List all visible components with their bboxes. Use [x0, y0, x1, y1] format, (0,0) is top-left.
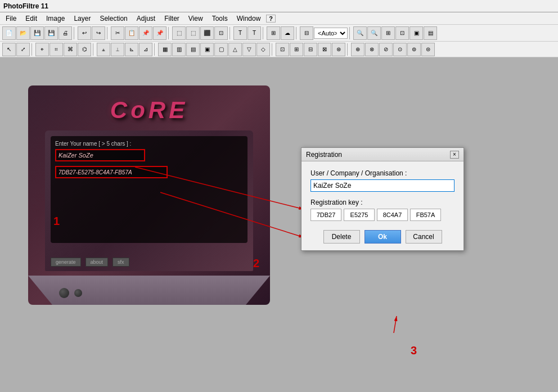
game-bg: CoRE Enter Your name [ > 5 chars ] : Kai… [28, 85, 270, 305]
menu-edit[interactable]: Edit [21, 13, 42, 24]
tb-tool19[interactable]: ⊡ [276, 43, 289, 56]
tb-tool2[interactable]: ⤢ [16, 43, 30, 56]
tb-tool28[interactable]: ⊚ [407, 43, 421, 56]
menu-bar: File Edit Image Layer Selection Adjust F… [0, 12, 558, 25]
title-bar: PhotoFiltre 11 [0, 0, 558, 12]
tb-tool13[interactable]: ▤ [186, 43, 200, 56]
tb-zoom-in[interactable]: 🔍 [353, 26, 367, 40]
tb-new[interactable]: 📄 [2, 26, 16, 40]
sep12 [347, 43, 349, 56]
tb-invert[interactable]: ⬛ [200, 26, 214, 40]
tb-transform[interactable]: ⊡ [214, 26, 228, 40]
tb-text2[interactable]: T [248, 26, 261, 40]
tb-tool11[interactable]: ▦ [158, 43, 172, 56]
img-name-text: KaiZer SoZe [58, 152, 93, 159]
cancel-button[interactable]: Cancel [406, 230, 442, 244]
sep9 [93, 43, 95, 56]
sfx-btn[interactable]: sfx [112, 258, 129, 267]
label-3: 3 [411, 344, 417, 357]
app-title: PhotoFiltre 11 [3, 2, 48, 10]
menu-layer[interactable]: Layer [69, 13, 95, 24]
tb-redo[interactable]: ↪ [92, 26, 105, 40]
tb-cut[interactable]: ✂ [111, 26, 124, 40]
zoom-combo[interactable]: <Auto> [314, 28, 348, 39]
ball1 [59, 288, 69, 298]
machine-buttons: generate about sfx [51, 258, 129, 267]
sep2 [107, 27, 109, 39]
tb-paste[interactable]: 📌 [139, 26, 152, 40]
tb-fit[interactable]: ⊞ [381, 26, 395, 40]
menu-image[interactable]: Image [42, 13, 69, 24]
menu-view[interactable]: View [184, 13, 208, 24]
menu-selection[interactable]: Selection [95, 13, 132, 24]
user-label: User / Company / Organisation : [310, 169, 454, 177]
tb-tool16[interactable]: △ [228, 43, 242, 56]
tb-tool10[interactable]: ⊿ [139, 43, 152, 56]
tb-tool15[interactable]: ▢ [214, 43, 228, 56]
tb-text[interactable]: T [233, 26, 247, 40]
key-part-1[interactable] [310, 209, 341, 221]
tb-tool5[interactable]: ⌘ [64, 43, 77, 56]
tb-filter2[interactable]: ☁ [281, 26, 294, 40]
tb-undo[interactable]: ↩ [78, 26, 91, 40]
key-part-3[interactable] [377, 209, 408, 221]
sep6 [296, 27, 298, 39]
menu-adjust[interactable]: Adjust [132, 13, 160, 24]
menu-help[interactable]: ? [266, 15, 276, 22]
tb-deselect[interactable]: ⬚ [186, 26, 200, 40]
menu-window[interactable]: Window [232, 13, 266, 24]
tb-actual[interactable]: ⊡ [395, 26, 409, 40]
tb-print[interactable]: 🖨 [58, 26, 72, 40]
tb-zoom-out[interactable]: 🔍 [367, 26, 381, 40]
key-part-2[interactable] [344, 209, 375, 221]
tb-tool1[interactable]: ↖ [2, 43, 16, 56]
tb-tool29[interactable]: ⊜ [421, 43, 435, 56]
label-2: 2 [253, 257, 259, 270]
img-key-box: 7DB27-E5275-8C4A7-FB57A [55, 166, 168, 178]
tb-tool27[interactable]: ⊙ [393, 43, 407, 56]
tb-tool14[interactable]: ▣ [200, 43, 214, 56]
ok-button[interactable]: Ok [364, 230, 401, 244]
tb-save[interactable]: 💾 [30, 26, 44, 40]
dialog-close-button[interactable]: × [450, 151, 459, 159]
tb-tool17[interactable]: ▽ [242, 43, 256, 56]
tb-copy[interactable]: 📋 [125, 26, 138, 40]
tb-view2[interactable]: ▤ [424, 26, 437, 40]
tb-tool6[interactable]: ⌬ [78, 43, 91, 56]
tb-tool3[interactable]: ⌖ [35, 43, 49, 56]
name-prompt: Enter Your name [ > 5 chars ] : [55, 141, 243, 147]
tb-filter1[interactable]: ⊞ [267, 26, 280, 40]
tb-tool22[interactable]: ⊠ [318, 43, 331, 56]
tb-tool20[interactable]: ⊞ [290, 43, 303, 56]
menu-filter[interactable]: Filter [160, 13, 184, 24]
delete-button[interactable]: Delete [323, 230, 360, 244]
toolbar-row-1: 📄 📂 💾 💾 🖨 ↩ ↪ ✂ 📋 📌 📌 ⬚ ⬚ ⬛ ⊡ T T ⊞ ☁ ⊟ … [0, 25, 558, 42]
about-btn[interactable]: about [86, 258, 109, 267]
tb-tool24[interactable]: ⊕ [351, 43, 364, 56]
img-name-box: KaiZer SoZe [55, 149, 145, 161]
tb-tool8[interactable]: ⟂ [111, 43, 124, 56]
key-part-4[interactable] [410, 209, 441, 221]
tb-tool21[interactable]: ⊟ [304, 43, 317, 56]
tb-tool12[interactable]: ▥ [172, 43, 186, 56]
menu-file[interactable]: File [1, 13, 21, 24]
core-logo: CoRE [110, 97, 188, 124]
tb-open[interactable]: 📂 [16, 26, 30, 40]
dialog-titlebar: Registration × [302, 148, 464, 161]
dialog-buttons: Delete Ok Cancel [310, 230, 454, 244]
tb-view1[interactable]: ▣ [410, 26, 423, 40]
gen-btn[interactable]: generate [51, 258, 81, 267]
tb-layer1[interactable]: ⊟ [300, 26, 313, 40]
menu-tools[interactable]: Tools [208, 13, 232, 24]
tb-tool7[interactable]: ⟁ [97, 43, 110, 56]
tb-tool23[interactable]: ⊛ [332, 43, 345, 56]
tb-select-all[interactable]: ⬚ [172, 26, 186, 40]
tb-paste2[interactable]: 📌 [153, 26, 166, 40]
tb-tool25[interactable]: ⊗ [365, 43, 379, 56]
tb-tool26[interactable]: ⊘ [379, 43, 393, 56]
tb-tool18[interactable]: ◇ [256, 43, 270, 56]
tb-tool9[interactable]: ⊾ [125, 43, 138, 56]
tb-tool4[interactable]: ⌗ [50, 43, 63, 56]
tb-save-as[interactable]: 💾 [44, 26, 58, 40]
user-input[interactable] [310, 179, 454, 192]
